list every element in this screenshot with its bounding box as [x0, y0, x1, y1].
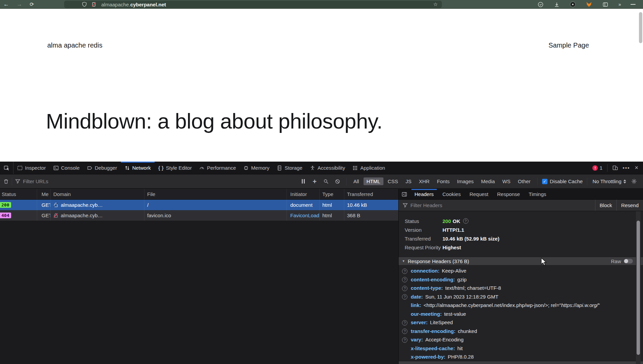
details-tab-request[interactable]: Request [465, 189, 493, 199]
tab-style-editor[interactable]: { } Style Editor [155, 162, 196, 174]
details-scrollbar[interactable] [636, 211, 641, 364]
privacy-extension-icon[interactable] [537, 1, 543, 7]
pick-element-button[interactable] [0, 162, 14, 174]
tab-application[interactable]: Application [349, 162, 389, 174]
raw-toggle[interactable] [624, 259, 633, 263]
back-icon[interactable]: ← [3, 1, 9, 7]
request-row-selected[interactable]: 200 GET almaapache.cyb… / document html … [0, 200, 398, 210]
header-row[interactable]: ? date: Sun, 11 Jun 2023 12:18:29 GMT [399, 292, 643, 301]
request-list-empty-area [0, 221, 398, 364]
overflow-chevrons-icon[interactable]: » [618, 2, 620, 7]
error-count-badge[interactable]: ! 1 [592, 165, 602, 171]
tab-accessibility[interactable]: Accessibility [306, 162, 349, 174]
throttling-dropdown[interactable]: No Throttling [592, 178, 626, 184]
header-row[interactable]: link: <http://almaapache.cyberpanel.net/… [399, 301, 643, 310]
header-row[interactable]: ? server: LiteSpeed [399, 318, 643, 327]
header-help-icon[interactable]: ? [402, 337, 407, 343]
status-help-icon[interactable]: ? [463, 218, 468, 224]
reload-icon[interactable]: ⟳ [30, 2, 34, 7]
close-devtools-icon[interactable]: × [635, 164, 638, 171]
site-title-link[interactable]: alma apache redis [47, 41, 102, 49]
pause-recording-icon[interactable] [297, 177, 309, 186]
header-row[interactable]: x-litespeed-cache: hit [399, 344, 643, 353]
filter-css[interactable]: CSS [385, 177, 401, 185]
add-request-icon[interactable]: + [309, 177, 320, 186]
filter-media[interactable]: Media [478, 177, 498, 185]
resend-button[interactable]: Resend [616, 200, 643, 211]
url-text[interactable]: almaapache.cyberpanel.net [101, 2, 166, 7]
header-row[interactable]: ? content-encoding: gzip [399, 275, 643, 284]
block-requests-icon[interactable] [332, 177, 343, 186]
url-bar[interactable]: almaapache.cyberpanel.net ☆ [64, 1, 442, 8]
block-button[interactable]: Block [595, 200, 617, 211]
header-row[interactable]: our-meeting: test-value [399, 310, 643, 318]
clear-requests-icon[interactable] [3, 179, 9, 184]
filter-ws[interactable]: WS [499, 177, 513, 185]
forward-icon[interactable]: → [17, 1, 22, 7]
separator [607, 164, 608, 172]
tab-inspector[interactable]: Inspector [14, 162, 50, 174]
search-icon[interactable] [320, 177, 332, 186]
disable-cache-control[interactable]: ✓ Disable Cache [542, 178, 583, 184]
metamask-fox-icon[interactable] [586, 1, 592, 7]
header-help-icon[interactable]: ? [402, 286, 407, 291]
tab-performance[interactable]: Performance [195, 162, 240, 174]
details-tab-cookies[interactable]: Cookies [438, 189, 465, 199]
summary-value: 10.46 kB (52.99 kB size) [443, 236, 499, 242]
filter-other[interactable]: Other [515, 177, 534, 185]
details-tab-response[interactable]: Response [493, 189, 525, 199]
column-header-initiator[interactable]: Initiator [287, 189, 320, 199]
request-row[interactable]: 404 GET almaapache.cyb… favicon.ico Favi… [0, 210, 398, 221]
response-headers-section-header[interactable]: ▼ Response Headers (376 B) Raw [399, 257, 643, 265]
page-scrollbar[interactable] [639, 12, 642, 43]
filter-fonts[interactable]: Fonts [434, 177, 453, 185]
header-row[interactable]: x-powered-by: PHP/8.0.28 [399, 353, 643, 361]
collapse-panel-icon[interactable] [399, 189, 410, 199]
tab-console[interactable]: Console [50, 162, 83, 174]
insecure-connection-icon[interactable] [91, 2, 97, 7]
meatball-menu-icon[interactable]: ••• [623, 165, 630, 171]
header-help-icon[interactable]: ? [402, 269, 407, 274]
column-header-transferred[interactable]: Transferred [344, 189, 398, 199]
column-header-type[interactable]: Type [320, 189, 344, 199]
details-scrollbar-thumb[interactable] [637, 221, 640, 355]
downloads-icon[interactable] [554, 1, 560, 7]
header-help-icon[interactable]: ? [402, 329, 407, 334]
column-header-file[interactable]: File [144, 189, 287, 199]
filter-images[interactable]: Images [454, 177, 477, 185]
column-header-method[interactable]: Me [37, 189, 51, 199]
header-row[interactable]: ? vary: Accept-Encoding [399, 335, 643, 344]
filter-all[interactable]: All [350, 177, 362, 185]
account-extension-icon[interactable] [570, 1, 576, 7]
menu-icon[interactable] [631, 4, 636, 5]
request-headers-section-partial[interactable] [399, 361, 643, 364]
tab-storage[interactable]: Storage [273, 162, 306, 174]
filter-html[interactable]: HTML [364, 177, 383, 185]
disable-cache-checkbox[interactable]: ✓ [542, 179, 547, 184]
summary-label: Status [405, 218, 443, 224]
tab-network[interactable]: Network [121, 162, 155, 174]
header-help-icon[interactable]: ? [402, 294, 407, 300]
header-help-icon[interactable]: ? [402, 277, 407, 282]
filter-xhr[interactable]: XHR [416, 177, 433, 185]
tab-debugger[interactable]: Debugger [83, 162, 121, 174]
header-row[interactable]: ? connection: Keep-Alive [399, 267, 643, 275]
column-header-status[interactable]: Status [0, 189, 37, 199]
header-help-icon[interactable]: ? [402, 320, 407, 326]
details-tab-timings[interactable]: Timings [524, 189, 551, 199]
nav-sample-page-link[interactable]: Sample Page [548, 41, 589, 49]
responsive-design-icon[interactable] [612, 165, 618, 171]
filter-headers-input[interactable] [410, 202, 595, 208]
header-row[interactable]: ? transfer-encoding: chunked [399, 327, 643, 336]
bookmark-star-icon[interactable]: ☆ [433, 1, 438, 7]
initiator-link[interactable]: FaviconLoader.jsm… [290, 213, 320, 218]
column-header-domain[interactable]: Domain [51, 189, 144, 199]
filter-js[interactable]: JS [402, 177, 414, 185]
network-settings-gear-icon[interactable] [628, 177, 640, 186]
tab-memory[interactable]: Memory [240, 162, 273, 174]
sidebar-icon[interactable] [602, 1, 608, 7]
details-tab-headers[interactable]: Headers [410, 189, 438, 199]
filter-urls-input[interactable] [23, 178, 297, 184]
mouse-cursor [540, 258, 547, 266]
header-row[interactable]: ? content-type: text/html; charset=UTF-8 [399, 284, 643, 292]
